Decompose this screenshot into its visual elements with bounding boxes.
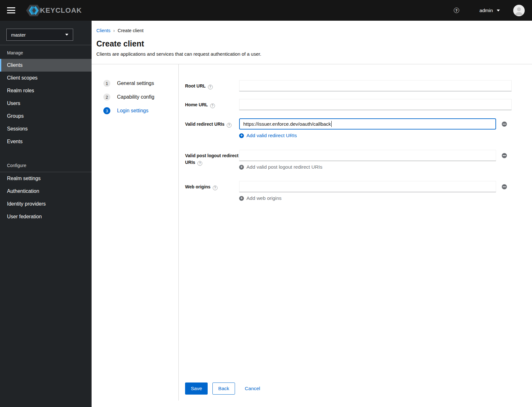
step-label: General settings xyxy=(117,81,154,86)
realm-selector[interactable]: master xyxy=(6,29,73,41)
valid-redirect-uris-label: Valid redirect URIs? xyxy=(185,118,239,138)
masthead: KEYCLOAK ? admin xyxy=(0,0,532,21)
breadcrumb-current: Create client xyxy=(118,28,143,33)
valid-redirect-uris-value: https://issuer.enforce.dev/oauth/callbac… xyxy=(243,121,331,127)
nav-section-configure: Configure xyxy=(0,158,92,168)
page-description: Clients are applications and services th… xyxy=(96,51,532,57)
sidebar-item-groups[interactable]: Groups xyxy=(0,110,92,123)
user-dropdown[interactable]: admin xyxy=(480,8,500,13)
home-url-label: Home URL? xyxy=(185,99,239,110)
chevron-down-icon xyxy=(497,10,500,11)
add-valid-post-logout-redirect-uris-button[interactable]: + Add valid post logout redirect URIs xyxy=(239,164,512,170)
step-label: Capability config xyxy=(117,94,154,100)
help-icon[interactable]: ? xyxy=(227,123,231,128)
web-origins-row: Web origins? + Add web origins xyxy=(185,181,512,201)
valid-redirect-uris-input[interactable]: https://issuer.enforce.dev/oauth/callbac… xyxy=(239,118,496,130)
nav-section-manage: Manage xyxy=(0,45,92,55)
wizard-step-login-settings[interactable]: 3 Login settings xyxy=(103,107,178,114)
wizard-step-general-settings[interactable]: 1 General settings xyxy=(103,80,178,87)
brand-title: KEYCLOAK xyxy=(40,6,82,15)
text-cursor xyxy=(331,121,332,127)
configure-nav-list: Realm settings Authentication Identity p… xyxy=(0,172,92,223)
page-header: Clients › Create client Create client Cl… xyxy=(92,21,532,64)
keycloak-logo: KEYCLOAK xyxy=(25,4,82,18)
manage-nav-list: Clients Client scopes Realm roles Users … xyxy=(0,59,92,148)
help-icon[interactable]: ? xyxy=(197,161,202,166)
wizard-actions: Save Back Cancel xyxy=(185,382,512,395)
sidebar-item-realm-settings[interactable]: Realm settings xyxy=(0,172,92,185)
root-url-label: Root URL? xyxy=(185,80,239,91)
valid-post-logout-redirect-uris-row: Valid post logout redirect URIs? + Add v… xyxy=(185,150,512,170)
chevron-down-icon xyxy=(65,34,68,36)
valid-post-logout-redirect-uris-label: Valid post logout redirect URIs? xyxy=(185,150,239,170)
remove-web-origin-button minus-circle-icon[interactable] xyxy=(502,184,507,189)
sidebar-item-identity-providers[interactable]: Identity providers xyxy=(0,198,92,210)
step-number: 3 xyxy=(103,107,110,114)
remove-redirect-uri-button minus-circle-icon[interactable] xyxy=(502,122,507,127)
sidebar-item-sessions[interactable]: Sessions xyxy=(0,123,92,135)
sidebar-item-client-scopes[interactable]: Client scopes xyxy=(0,72,92,84)
plus-circle-icon: + xyxy=(239,165,244,170)
plus-circle-icon: + xyxy=(239,133,244,138)
main-content: Clients › Create client Create client Cl… xyxy=(92,21,532,407)
step-number: 2 xyxy=(103,94,110,101)
breadcrumb-separator-icon: › xyxy=(113,28,115,33)
login-settings-form: Root URL? Home URL? Valid redirect URIs? xyxy=(178,64,532,401)
sidebar-item-realm-roles[interactable]: Realm roles xyxy=(0,84,92,97)
sidebar-item-clients[interactable]: Clients xyxy=(0,59,92,72)
sidebar-item-users[interactable]: Users xyxy=(0,97,92,110)
breadcrumb: Clients › Create client xyxy=(96,28,532,33)
sidebar-item-events[interactable]: Events xyxy=(0,135,92,148)
help-icon[interactable]: ? xyxy=(213,186,218,190)
step-label: Login settings xyxy=(117,108,149,114)
wizard-nav: 1 General settings 2 Capability config 3… xyxy=(92,64,178,401)
root-url-row: Root URL? xyxy=(185,80,512,91)
breadcrumb-clients-link[interactable]: Clients xyxy=(96,28,110,33)
wizard-step-capability-config[interactable]: 2 Capability config xyxy=(103,94,178,101)
save-button[interactable]: Save xyxy=(185,382,208,395)
root-url-input[interactable] xyxy=(239,80,512,91)
remove-post-logout-uri-button minus-circle-icon[interactable] xyxy=(502,153,507,158)
help-icon[interactable]: ? xyxy=(454,8,459,13)
help-icon[interactable]: ? xyxy=(210,103,215,108)
back-button[interactable]: Back xyxy=(212,382,235,395)
sidebar: master Manage Clients Client scopes Real… xyxy=(0,21,92,407)
cancel-button[interactable]: Cancel xyxy=(245,382,260,395)
realm-selector-value: master xyxy=(11,32,26,38)
page-title: Create client xyxy=(96,39,532,48)
home-url-input[interactable] xyxy=(239,99,512,110)
web-origins-label: Web origins? xyxy=(185,181,239,201)
add-valid-redirect-uris-button[interactable]: + Add valid redirect URIs xyxy=(239,133,512,138)
sidebar-item-user-federation[interactable]: User federation xyxy=(0,210,92,223)
valid-redirect-uris-row: Valid redirect URIs? https://issuer.enfo… xyxy=(185,118,512,138)
user-name: admin xyxy=(480,8,493,13)
web-origins-input[interactable] xyxy=(239,181,496,192)
valid-post-logout-redirect-uris-input[interactable] xyxy=(239,150,496,161)
plus-circle-icon: + xyxy=(239,196,244,201)
avatar[interactable] xyxy=(513,5,525,16)
nav-toggle-hamburger-icon[interactable] xyxy=(7,7,15,13)
home-url-row: Home URL? xyxy=(185,99,512,110)
sidebar-item-authentication[interactable]: Authentication xyxy=(0,185,92,198)
keycloak-logo-icon xyxy=(25,4,42,18)
help-icon[interactable]: ? xyxy=(208,85,213,89)
add-web-origins-button[interactable]: + Add web origins xyxy=(239,195,512,201)
step-number: 1 xyxy=(103,80,110,87)
